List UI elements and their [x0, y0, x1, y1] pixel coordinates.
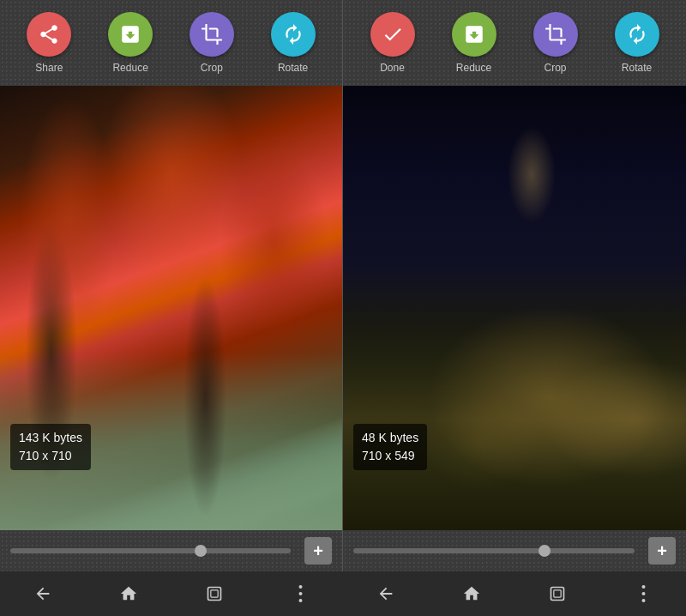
- left-bottom-bar: +: [0, 530, 342, 571]
- reduce-label-left: Reduce: [112, 62, 147, 74]
- right-menu-button[interactable]: [631, 582, 655, 606]
- left-home-button[interactable]: [117, 582, 141, 606]
- right-slider[interactable]: [353, 548, 635, 553]
- svg-point-2: [298, 585, 302, 589]
- left-back-button[interactable]: [31, 582, 55, 606]
- share-tool[interactable]: Share: [27, 12, 71, 74]
- left-image-area: 143 K bytes 710 x 710: [0, 86, 342, 530]
- svg-point-4: [298, 599, 302, 602]
- right-bottom-bar: +: [343, 530, 686, 571]
- right-image-size: 48 K bytes: [362, 429, 418, 447]
- svg-rect-6: [554, 590, 561, 597]
- right-slider-thumb[interactable]: [539, 545, 551, 557]
- crop-icon-right[interactable]: [533, 12, 578, 57]
- done-label: Done: [380, 62, 405, 74]
- right-image-dimensions: 710 x 549: [362, 447, 418, 465]
- share-icon[interactable]: [27, 12, 71, 57]
- rotate-icon-right[interactable]: [615, 12, 659, 57]
- crop-label-left: Crop: [201, 62, 223, 74]
- left-menu-button[interactable]: [288, 582, 312, 606]
- right-panel: Done Reduce Crop: [343, 0, 686, 571]
- left-recents-button[interactable]: [202, 582, 226, 606]
- share-label: Share: [35, 62, 63, 74]
- svg-point-9: [641, 599, 645, 602]
- right-toolbar: Done Reduce Crop: [343, 0, 686, 86]
- reduce-tool-right[interactable]: Reduce: [452, 12, 496, 74]
- crop-label-right: Crop: [544, 62, 566, 74]
- left-add-button[interactable]: +: [304, 537, 332, 565]
- reduce-tool-left[interactable]: Reduce: [108, 12, 153, 74]
- reduce-icon-right[interactable]: [452, 12, 496, 57]
- left-image-dimensions: 710 x 710: [19, 447, 82, 465]
- reduce-label-right: Reduce: [456, 62, 491, 74]
- svg-rect-5: [551, 588, 564, 601]
- right-recents-button[interactable]: [545, 582, 569, 606]
- done-tool[interactable]: Done: [370, 12, 415, 74]
- right-back-button[interactable]: [374, 582, 398, 606]
- rotate-tool-left[interactable]: Rotate: [271, 12, 316, 74]
- left-image-info: 143 K bytes 710 x 710: [10, 424, 91, 470]
- done-icon[interactable]: [370, 12, 415, 57]
- right-home-button[interactable]: [460, 582, 484, 606]
- left-image-size: 143 K bytes: [19, 429, 82, 447]
- left-panel: Share Reduce Crop: [0, 0, 343, 571]
- svg-rect-1: [211, 590, 218, 597]
- left-slider[interactable]: [10, 548, 291, 553]
- svg-point-8: [641, 592, 645, 595]
- rotate-icon-left[interactable]: [271, 12, 316, 57]
- rotate-label-left: Rotate: [278, 62, 308, 74]
- right-image-area: 48 K bytes 710 x 549: [343, 86, 686, 530]
- left-toolbar: Share Reduce Crop: [0, 0, 342, 86]
- left-slider-thumb[interactable]: [195, 545, 207, 557]
- nav-container: [0, 571, 686, 616]
- svg-rect-0: [208, 588, 221, 601]
- reduce-icon-left[interactable]: [108, 12, 153, 57]
- right-nav-bar: [343, 571, 686, 616]
- right-add-button[interactable]: +: [648, 537, 676, 565]
- left-nav-bar: [0, 571, 343, 616]
- rotate-label-right: Rotate: [622, 62, 652, 74]
- svg-point-3: [298, 592, 302, 595]
- crop-icon-left[interactable]: [190, 12, 234, 57]
- svg-point-7: [641, 585, 645, 589]
- crop-tool-right[interactable]: Crop: [533, 12, 578, 74]
- crop-tool-left[interactable]: Crop: [190, 12, 234, 74]
- rotate-tool-right[interactable]: Rotate: [615, 12, 659, 74]
- right-image-info: 48 K bytes 710 x 549: [353, 424, 427, 470]
